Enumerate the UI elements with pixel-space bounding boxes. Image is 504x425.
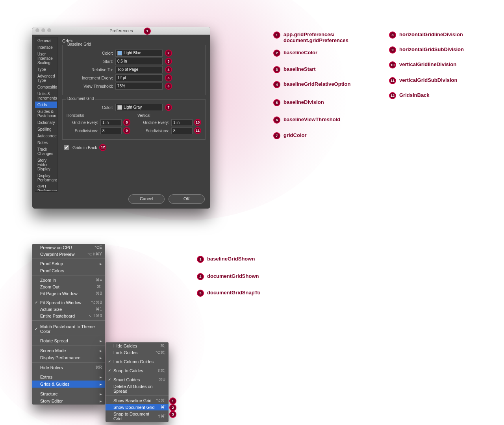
sidebar-item[interactable]: Grids [35,102,57,108]
sidebar-item[interactable]: Units & Increments [35,91,57,102]
sidebar-item[interactable]: Story Editor Display [35,157,57,172]
sidebar-item[interactable]: Type [35,66,57,73]
sidebar-item[interactable]: GPU Performance [35,183,57,192]
callout-legend: 3baselineStart [273,66,316,73]
document-grid-group: Document Grid Color: Light Gray 7 Horizo… [62,99,206,140]
cancel-button[interactable]: Cancel [128,194,165,204]
callout-badge: 12 [389,92,396,99]
menu-item[interactable]: Rotate Spread▸ [32,337,105,344]
callout-badge-5: 5 [165,74,172,81]
baseline-threshold-field[interactable]: 75% [115,83,163,90]
docgrid-color-label: Color: [67,105,113,110]
menu-item[interactable]: Entire Pasteboard⌥⇧⌘0 [32,312,105,319]
callout-legend: 9horizontalGridSubDivision [389,46,464,54]
menu-item[interactable]: Actual Size⌘1 [32,306,105,312]
callout-badge-11: 11 [194,127,201,134]
sidebar-item[interactable]: Notes [35,139,57,146]
h-gridline-label: Gridline Every: [67,120,98,125]
document-grid-legend: Document Grid [66,96,95,101]
menu-separator [32,346,105,346]
relative-to-label: Relative To: [67,67,113,72]
sidebar-item[interactable]: Autocorrect [35,133,57,139]
callout-badge: 1 [273,31,280,39]
dialog-title: Preferences [109,28,133,33]
menu-item[interactable]: Fit Page in Window⌘0 [32,290,105,297]
baseline-increment-field[interactable]: 12 pt [115,74,163,81]
callout-badge: 4 [273,81,280,88]
dialog-titlebar: Preferences 1 [32,27,210,35]
grids-in-back-label: Grids in Back [72,145,97,150]
color-label: Color: [67,51,113,55]
docgrid-color-field[interactable]: Light Gray [115,104,163,111]
baseline-start-field[interactable]: 0.5 in [115,58,163,65]
menu-item[interactable]: Delete All Guides on Spread [106,383,169,394]
sidebar-item[interactable]: Spelling [35,126,57,133]
menu-item[interactable]: Story Editor▸ [32,397,105,405]
menu-item[interactable]: Proof Colors [32,267,105,274]
callout-legend: 10verticalGridlineDivision [389,61,456,68]
menu-separator [32,275,105,275]
callout-badge: 1 [197,256,204,263]
window-traffic-lights [35,28,51,32]
grids-guides-submenu: Hide Guides⌘;Lock Guides⌥⌘;Lock Column G… [106,342,169,422]
menu-item[interactable]: Show Document Grid⌘'2 [106,404,169,410]
callout-badge: 2 [169,404,176,411]
callout-legend: 11verticalGridSubDivision [389,77,457,84]
callout-legend: 2documentGridShown [197,273,259,280]
menu-item[interactable]: Screen Mode▸ [32,347,105,354]
menu-item[interactable]: Zoom In⌘= [32,277,105,283]
menu-item[interactable]: Zoom Out⌘- [32,283,105,290]
preferences-content: Grids Baseline Grid Color: Light Blue 2 … [57,35,210,194]
callout-badge: 2 [273,50,280,57]
callout-badge: 5 [273,99,280,106]
menu-item[interactable]: Preview on CPU⌥E [32,244,105,251]
menu-item[interactable]: Smart Guides⌘U [106,376,169,383]
menu-item[interactable]: Overprint Preview⌥⇧⌘Y [32,251,105,257]
callout-legend: 2baselineColor [273,50,317,57]
callout-badge: 10 [389,61,396,68]
v-subdiv-field[interactable]: 8 [171,128,193,134]
menu-item[interactable]: Display Performance▸ [32,354,105,361]
h-subdiv-field[interactable]: 8 [100,128,122,134]
sidebar-item[interactable]: General [35,37,57,44]
v-gridline-field[interactable]: 1 in [171,119,193,126]
menu-item[interactable]: Grids & Guides▸ [32,381,105,388]
sidebar-item[interactable]: Dictionary [35,119,57,126]
menu-item[interactable]: Extras▸ [32,373,105,381]
menu-separator [32,259,105,259]
menu-item[interactable]: Show Baseline Grid⌥⌘'1 [106,397,169,404]
sidebar-item[interactable]: Display Performance [35,172,57,183]
sidebar-item[interactable]: Interface [35,44,57,51]
callout-legend: 1baselineGridShown [197,256,255,263]
menu-item[interactable]: Fit Spread in Window⌥⌘0 [32,299,105,306]
callout-badge: 3 [273,66,280,73]
baseline-color-field[interactable]: Light Blue [115,50,163,57]
sidebar-item[interactable]: Track Changes [35,146,57,157]
sidebar-item[interactable]: User Interface Scaling [35,51,57,66]
h-subdiv-label: Subdivisions: [67,129,98,133]
callout-legend: 4baselineGridRelativeOption [273,81,351,88]
menu-item[interactable]: Structure▸ [32,390,105,397]
color-swatch [117,105,122,110]
menu-item[interactable]: Hide Guides⌘; [106,342,169,349]
menu-item[interactable]: Match Pasteboard to Theme Color [32,323,105,334]
menu-item[interactable]: Snap to Guides⇧⌘; [106,367,169,374]
menu-item[interactable]: Lock Column Guides [106,358,169,365]
sidebar-item[interactable]: Guides & Pasteboard [35,108,57,119]
sidebar-item[interactable]: Composition [35,84,57,91]
menu-item[interactable]: Snap to Document Grid⇧⌘'3 [106,410,169,422]
menu-item[interactable]: Lock Guides⌥⌘; [106,349,169,356]
callout-legend: 6baselineViewThreshold [273,116,340,124]
preferences-dialog: Preferences 1 GeneralInterfaceUser Inter… [32,27,210,209]
h-gridline-field[interactable]: 1 in [100,119,122,126]
menu-item[interactable]: Hide Rulers⌘R [32,364,105,371]
callout-legend: 12GridsInBack [389,92,430,99]
increment-label: Increment Every: [67,76,113,80]
sidebar-item[interactable]: Advanced Type [35,73,57,84]
view-menu: Preview on CPU⌥EOverprint Preview⌥⇧⌘YPro… [32,244,105,405]
callout-legend: 8horizontalGridlineDivision [389,31,463,39]
menu-item[interactable]: Proof Setup▸ [32,260,105,267]
grids-in-back-checkbox[interactable] [64,145,69,150]
ok-button[interactable]: OK [169,194,205,204]
baseline-relative-field[interactable]: Top of Page [115,66,163,73]
